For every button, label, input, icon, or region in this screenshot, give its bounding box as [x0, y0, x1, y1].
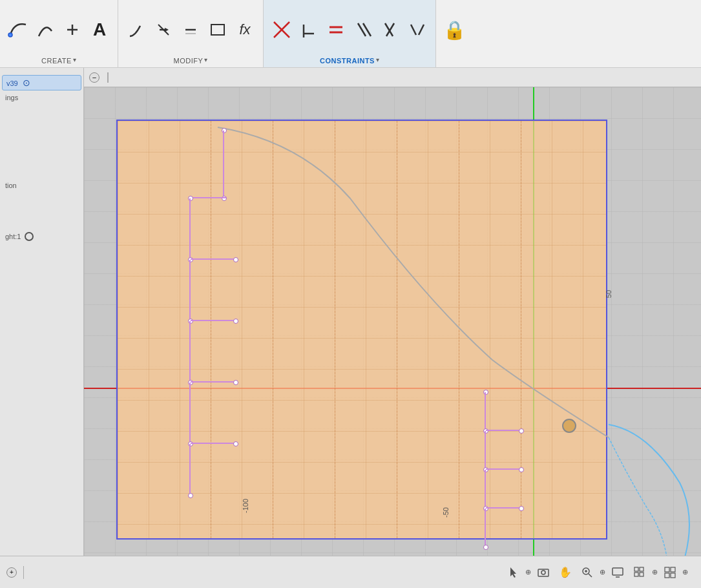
- sketch-line-h1: [191, 197, 226, 198]
- sketch-area[interactable]: 50 -50 -100: [84, 87, 701, 556]
- lock-section: 🔒: [436, 0, 472, 67]
- dashed-line-1: [211, 121, 211, 538]
- sketch-line-v5: [189, 383, 191, 444]
- create-section: A CREATE ▾: [0, 0, 118, 67]
- view-btn[interactable]: [660, 563, 680, 582]
- sketch-region-grid: [118, 121, 606, 538]
- constraints-section: CONSTRAINTS ▾: [264, 0, 436, 67]
- sketch-point-5[interactable]: [233, 257, 238, 262]
- status-add-btn[interactable]: +: [6, 567, 17, 578]
- camera-btn[interactable]: [534, 563, 553, 582]
- fillet-tool-btn[interactable]: [125, 18, 148, 41]
- svg-rect-36: [671, 573, 675, 578]
- sketch-line-h5: [191, 443, 236, 444]
- lock-btn[interactable]: 🔒: [443, 18, 466, 41]
- sketch-line-h2: [191, 258, 236, 260]
- svg-line-18: [386, 23, 394, 36]
- sketch-line-v2: [189, 198, 191, 260]
- svg-rect-33: [665, 567, 669, 572]
- formula-tool-btn[interactable]: fx: [233, 18, 256, 41]
- line-tool-btn[interactable]: [61, 18, 84, 41]
- perpendicular-tool-btn[interactable]: [297, 18, 320, 41]
- sketch-point-r5[interactable]: [519, 467, 524, 472]
- dashed-line-2: [273, 121, 273, 538]
- offset-tool-btn[interactable]: [179, 18, 202, 41]
- sketch-point-r3[interactable]: [519, 428, 524, 434]
- svg-rect-29: [634, 567, 638, 571]
- constraints-dropdown-arrow[interactable]: ▾: [376, 56, 379, 63]
- constraints-label: CONSTRAINTS: [320, 57, 375, 65]
- svg-point-22: [541, 571, 545, 574]
- zoom-options: ⊕: [600, 568, 605, 576]
- axis-label-neg100: -100: [242, 499, 249, 513]
- canvas-area: v39 ⊙ ings tion ght:1 –: [0, 68, 701, 556]
- svg-rect-34: [671, 567, 675, 572]
- zoom-btn[interactable]: [578, 563, 597, 582]
- sketch-line-rh1: [486, 430, 521, 431]
- view-options: ⊕: [682, 568, 688, 576]
- sketch-point-r8[interactable]: [483, 545, 488, 550]
- status-bar: + ⊕ ✋ ⊕ ⊕: [0, 556, 701, 588]
- dashed-line-6: [521, 121, 521, 538]
- sketch-point-12[interactable]: [188, 493, 193, 498]
- weight-circle: [25, 232, 34, 241]
- arc-tool-btn[interactable]: [34, 18, 57, 41]
- sketch-line-v1: [223, 131, 224, 198]
- svg-rect-30: [640, 567, 643, 571]
- svg-line-17: [385, 23, 393, 36]
- sketch-line-h4: [191, 381, 236, 383]
- sketch-line-h3: [191, 320, 236, 321]
- panel-item-ings: ings: [0, 92, 83, 103]
- dashed-line-3: [335, 121, 335, 538]
- mini-bar-top: –: [84, 68, 701, 87]
- svg-rect-8: [211, 25, 224, 35]
- symmetry-tool-btn[interactable]: [406, 18, 429, 41]
- create-label: CREATE: [41, 57, 72, 65]
- sketch-line-rh2: [486, 468, 521, 470]
- coincident-tool-btn[interactable]: [270, 18, 293, 41]
- text-tool-btn[interactable]: A: [88, 18, 111, 41]
- sketch-point-9[interactable]: [233, 380, 238, 385]
- svg-rect-31: [634, 572, 638, 576]
- trim-tool-btn[interactable]: [152, 18, 175, 41]
- version-item[interactable]: v39 ⊙: [2, 75, 81, 90]
- sketch-line-rv1: [485, 392, 486, 431]
- center-circle[interactable]: [562, 419, 576, 433]
- sketch-point-7[interactable]: [233, 319, 238, 324]
- create-dropdown-arrow[interactable]: ▾: [73, 56, 76, 63]
- panel-item-tion: tion: [0, 180, 83, 191]
- sketch-line-rv4: [485, 509, 486, 547]
- sketch-region[interactable]: 50 -50 -100: [116, 120, 607, 540]
- curve-tool-btn[interactable]: [6, 18, 30, 41]
- sketch-point-r7[interactable]: [519, 506, 524, 511]
- dashed-line-5: [459, 121, 459, 538]
- svg-point-0: [8, 33, 12, 37]
- minus-btn[interactable]: –: [89, 72, 99, 83]
- svg-rect-35: [665, 573, 669, 578]
- modify-dropdown-arrow[interactable]: ▾: [204, 56, 207, 63]
- sketch-line-v3: [189, 260, 191, 321]
- svg-line-19: [411, 25, 416, 35]
- hand-btn[interactable]: ✋: [556, 563, 575, 582]
- rectangle-tool-btn[interactable]: [206, 18, 229, 41]
- sketch-line-rv3: [485, 470, 486, 509]
- dashed-line-4: [397, 121, 397, 538]
- svg-rect-32: [640, 572, 643, 576]
- sketch-point-11[interactable]: [233, 441, 238, 446]
- xline-tool-btn[interactable]: [379, 18, 402, 41]
- svg-marker-5: [165, 28, 169, 32]
- axis-label-50: 50: [605, 290, 612, 298]
- sketch-line-v6: [189, 444, 191, 496]
- parallel-tool-btn[interactable]: [351, 18, 375, 41]
- svg-line-24: [589, 574, 592, 577]
- cursor-mode-btn[interactable]: [503, 563, 523, 582]
- display-btn[interactable]: [608, 563, 627, 582]
- grid-btn[interactable]: [630, 563, 649, 582]
- svg-rect-27: [612, 568, 623, 575]
- svg-line-20: [419, 25, 424, 35]
- modify-label: MODIFY: [174, 57, 204, 65]
- sketch-line-rv2: [485, 431, 486, 470]
- toolbar: A CREATE ▾: [0, 0, 701, 68]
- cursor-options: ⊕: [525, 568, 531, 576]
- equal-tool-btn[interactable]: [324, 18, 348, 41]
